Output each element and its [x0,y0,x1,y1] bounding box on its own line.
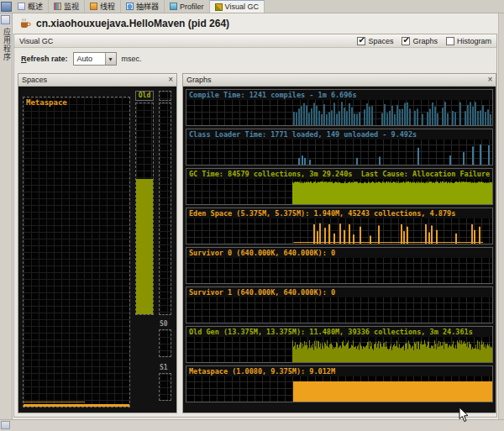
eden-space-label-box [159,91,171,101]
tab-label: 线程 [100,1,115,12]
visualgc-toolbar: Visual GC ✔Spaces✔GraphsHistogram [14,34,496,48]
graph-strip-title: Old Gen (13.375M, 13.375M): 11.480M, 393… [186,327,492,337]
spaces-panel-header: Spaces × [18,74,176,87]
tab-监视[interactable]: 监视 [49,0,85,13]
refresh-rate-unit: msec. [122,55,142,63]
tab-抽样器[interactable]: 抽样器 [121,0,165,13]
checkbox-graphs[interactable]: ✔Graphs [402,37,438,45]
graph-strip-chart [186,297,492,323]
applications-sidebar[interactable]: 应用程序 [0,13,13,419]
graph-strip-chart [186,337,492,362]
graph-strip-2: GC Time: 84579 collections, 3m 29.240s L… [186,168,493,205]
checkbox-label: Spaces [368,37,393,45]
graph-strip-0: Compile Time: 1241 compiles - 1m 6.696s [186,89,493,126]
metaspace-usage-fill [24,404,129,407]
applications-tab-icon[interactable] [1,15,10,24]
graph-strip-1: Class Loader Time: 1771 loaded, 149 unlo… [186,129,493,166]
visualvm-window: 概述监视线程抽样器ProfilerVisual GC 应用程序 cn.xiaoh… [0,0,504,431]
graph-strip-chart [186,258,492,283]
page-title: cn.xiaohouxuejava.HelloMaven (pid 264) [36,18,229,29]
spaces-panel-title: Spaces [22,76,47,84]
old-space-label: Old [135,91,154,101]
visualgc-icon [215,3,223,11]
refresh-rate-select[interactable]: Auto ▾ [73,52,117,66]
tab-概述[interactable]: 概述 [13,0,49,13]
tab-线程[interactable]: 线程 [85,0,121,13]
survivor1-space-box [159,373,171,401]
visualgc-content: Visual GC ✔Spaces✔GraphsHistogram Refres… [13,34,497,418]
tab-bar: 概述监视线程抽样器ProfilerVisual GC [0,0,504,13]
java-coffee-icon [19,18,31,29]
graph-strip-3: Eden Space (5.375M, 5.375M): 1.940M, 452… [186,208,493,244]
graph-strip-chart [186,376,492,402]
checkbox-label: Graphs [412,37,438,45]
survivor0-space-label: S0 [160,320,168,328]
graphs-panel-header: Graphs × [183,74,496,87]
graph-strip-title: Metaspace (1.0080, 9.375M): 9.012M [186,366,492,376]
overview-icon [18,3,25,10]
check-icon: ✔ [358,35,365,45]
tab-profiler[interactable]: Profiler [165,0,210,13]
chevron-down-icon[interactable]: ▾ [105,53,116,65]
refresh-rate-row: Refresh rate: Auto ▾ msec. [14,48,496,70]
graphs-panel-body: Compile Time: 1241 compiles - 1m 6.696sC… [183,87,496,413]
eden-space-box [159,102,171,315]
checkbox-spaces[interactable]: ✔Spaces [357,37,393,45]
panels-row: Spaces × Metaspace Old [18,73,493,413]
graph-strip-title: Survivor 0 (640.000K, 640.000K): 0 [186,248,492,258]
graphs-panel-title: Graphs [186,76,212,84]
old-space-box [135,102,154,315]
survivor0-space-box [159,329,171,357]
survivor1-space-label: S1 [160,364,168,371]
tab-visual-gc[interactable]: Visual GC [210,0,265,13]
graph-strip-5: Survivor 1 (640.000K, 640.000K): 0 [186,286,493,323]
spaces-close-button[interactable]: × [168,76,173,84]
graph-strip-chart [186,100,492,125]
profiler-icon [170,3,177,10]
sampler-icon [126,3,134,10]
refresh-rate-value: Auto [77,55,93,63]
monitor-icon [54,3,61,10]
graph-strip-4: Survivor 0 (640.000K, 640.000K): 0 [186,247,493,284]
old-usage-fill [136,179,153,314]
spaces-panel-body: Metaspace Old S0 S1 [18,87,176,413]
graph-strip-6: Old Gen (13.375M, 13.375M): 11.480M, 393… [186,326,493,363]
graph-strip-7: Metaspace (1.0080, 9.375M): 9.012M [186,365,493,402]
spaces-panel: Spaces × Metaspace Old [18,73,177,413]
window-corner-icon [1,2,12,12]
applications-sidebar-label[interactable]: 应用程序 [2,28,13,61]
visualgc-toolbar-title: Visual GC [19,37,53,45]
refresh-rate-label: Refresh rate: [21,55,68,63]
checkbox-label: Histogram [457,37,491,45]
threads-icon [90,3,97,10]
tab-label: 概述 [28,1,43,12]
status-bar [0,419,504,431]
graph-strip-title: Class Loader Time: 1771 loaded, 149 unlo… [186,129,492,139]
graphs-checkbox-box[interactable]: ✔ [402,37,410,45]
metaspace-usage-line [24,402,85,402]
metaspace-space-label: Metaspace [26,98,67,107]
graph-strip-chart [186,139,492,165]
tab-label: 监视 [64,1,79,12]
histogram-checkbox-box[interactable] [446,37,454,45]
graphs-close-button[interactable]: × [487,76,492,84]
tab-label: 抽样器 [136,1,159,12]
graph-strip-title: Eden Space (5.375M, 5.375M): 1.940M, 452… [186,208,492,218]
graph-strip-title: GC Time: 84579 collections, 3m 29.240s L… [186,169,492,179]
graph-strip-title: Compile Time: 1241 compiles - 1m 6.696s [186,90,492,100]
application-title-row: cn.xiaohouxuejava.HelloMaven (pid 264) [13,13,498,34]
graph-strip-chart [186,179,492,204]
vertical-scrollbar[interactable] [498,13,504,419]
graph-strip-title: Survivor 1 (640.000K, 640.000K): 0 [186,287,492,297]
graphs-panel: Graphs × Compile Time: 1241 compiles - 1… [182,73,496,413]
check-icon: ✔ [402,35,409,45]
statusbar-corner-icon [1,421,10,429]
graph-strip-chart [186,218,492,244]
tab-label: Visual GC [225,3,259,11]
view-checkbox-group: ✔Spaces✔GraphsHistogram [357,37,491,45]
spaces-checkbox-box[interactable]: ✔ [357,37,365,45]
tab-label: Profiler [180,3,204,11]
checkbox-histogram[interactable]: Histogram [446,37,491,45]
main-area: cn.xiaohouxuejava.HelloMaven (pid 264) V… [13,13,498,419]
metaspace-space-box: Metaspace [23,97,130,407]
